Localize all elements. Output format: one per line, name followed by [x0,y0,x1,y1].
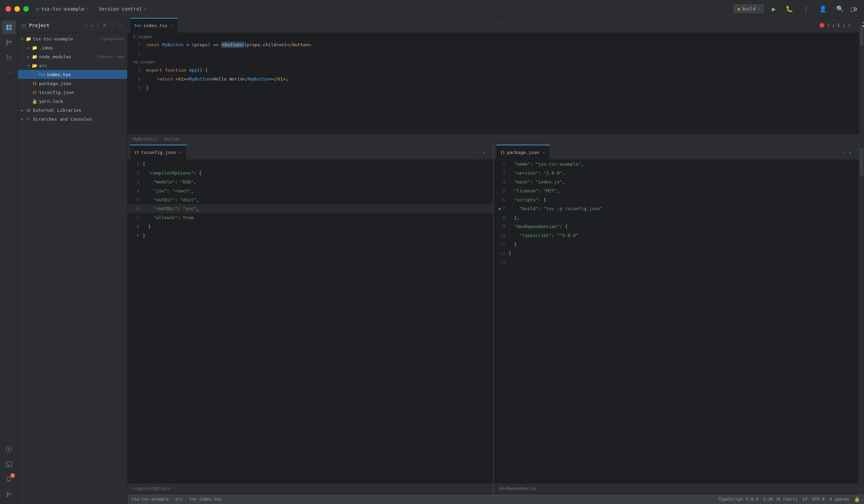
tab-close-package[interactable]: ✕ [543,150,545,155]
notification-badge: 1 [10,473,15,478]
left-editor-more[interactable]: ⋮ [472,147,483,157]
code-content-1: const MyButton = (props) => <button>{pro… [145,40,311,49]
sidebar-options-button[interactable]: ⋮ [109,21,117,29]
status-encoding[interactable]: UTF-8 [812,497,825,502]
error-expand-icon[interactable]: ∧ [842,23,845,28]
tsconfig-code-area[interactable]: 1 { 2 "compilerOptions": { 3 "module": "… [128,160,493,483]
activity-media-icon[interactable] [2,442,16,456]
scrollbar-thumb[interactable] [860,25,863,45]
tree-arrow-root: ▼ [19,36,25,42]
top-editor-code[interactable]: 2 usages 1 const MyButton = (props) => <… [128,33,864,134]
right-scrollbar[interactable] [859,145,864,494]
sidebar-folder-icon: ◻ [22,22,26,29]
pkg-line-10: 10 "typescript": "^5.0.4" [494,231,859,240]
pkg-line-7: ▶7 "build": "tsc -p tsconfig.json" [494,204,859,213]
status-filename: index.tsx [199,497,221,502]
pkg-line-4: 4 "main": "index.js", [494,178,859,187]
activity-run-icon[interactable] [2,51,16,64]
error-collapse-icon[interactable]: ∨ [848,23,851,28]
tab-tsx-icon: tsx [134,23,141,28]
debug-button[interactable]: 🐛 [784,4,794,14]
tree-item-node-modules[interactable]: ▶ 📁 node_modules library root [18,52,127,61]
tree-item-index-tsx[interactable]: ▶ tsx index.tsx [18,70,127,79]
pkg-line-9: 9 "devDependencies": { [494,222,859,231]
tree-item-root[interactable]: ▼ 📁 tsx-tsc-example ~/projects/ [18,34,127,43]
line-number-5: 5 [128,84,145,93]
top-editor-scrollbar[interactable] [859,18,864,134]
activity-project-icon[interactable] [2,21,16,34]
sidebar-title-dropdown[interactable]: ∨ [85,23,87,27]
tree-item-src[interactable]: ▼ 📂 src [18,61,127,70]
tree-item-yarn-lock[interactable]: ▶ 🔒 yarn.lock [18,97,127,106]
ts-ln-7: 7 [128,213,143,222]
tree-item-package-json[interactable]: ▶ {} package.json [18,79,127,88]
run-button[interactable]: ▶ [770,3,777,14]
tree-label-index-tsx: index.tsx [47,72,124,77]
package-code-area[interactable]: 2 "name": "jsx-tsc-example", 3 "version"… [494,160,859,483]
status-line-ending[interactable]: LF [803,497,807,502]
tree-item-scratches[interactable]: ▶ ≡ Scratches and Consoles [18,115,127,123]
sidebar-close-button[interactable]: ✕ [101,21,108,29]
ts-line-6: 6 "rootDir": "src", [128,204,493,213]
minimize-button[interactable] [14,6,20,12]
breadcrumb-button: button [164,137,179,142]
status-typescript[interactable]: TypeScript 5.0.4 [719,497,758,502]
pkg-line-2: 2 "name": "jsx-tsc-example", [494,160,859,169]
status-position[interactable]: 1:36 (6 chars) [763,497,797,502]
pkg-line-13: 13 [494,258,859,267]
right-editor-more[interactable]: ⋮ [838,147,849,157]
maximize-button[interactable] [23,6,29,12]
activity-more-icon[interactable]: ··· [2,66,16,80]
pkg-line-8: 8 }, [494,213,859,222]
pkg-ln-3: 3 [494,169,509,178]
tab-package[interactable]: {} package.json ✕ [496,145,550,159]
tab-close-tsconfig[interactable]: ✕ [179,150,182,155]
tree-label-package-json: package.json [39,81,124,86]
sidebar-minimize-button[interactable]: − [118,21,123,29]
tab-index-tsx[interactable]: tsx index.tsx ✕ [130,18,178,33]
folder-icon-src: 📂 [32,62,38,69]
sidebar-add-button[interactable]: + [89,21,94,29]
activity-notification-icon[interactable]: 1 [2,472,16,486]
activity-git-icon[interactable] [2,36,16,49]
status-src: src [176,497,183,502]
path-sep-2: › [185,497,187,502]
search-button[interactable]: 🔍 [835,4,845,14]
ts-code-4: "jsx": "react", [143,187,194,195]
error-indicator: 🔴 3 [819,23,829,28]
ts-ln-6: 6 [128,204,143,213]
line-number-2: 2 [128,49,145,58]
pkg-code-9: "devDependencies": { [509,222,568,231]
activity-git-branch-icon[interactable] [2,488,16,501]
status-indent[interactable]: 4 spaces [829,497,849,502]
tree-label-idea: .idea [39,45,124,50]
right-scrollbar-thumb[interactable] [860,148,863,176]
top-editor-more[interactable]: ⋮ [493,21,504,30]
ts-ln-2: 2 [128,169,143,178]
more-actions-button[interactable]: ⋮ [801,3,811,14]
pkg-ln-12: 12 [494,249,509,258]
code-content-4: return <h1><MyButton>Hello World</MyButt… [145,75,288,84]
tab-tsconfig[interactable]: {} tsconfig.json ✕ [130,145,187,159]
tree-item-external-libraries[interactable]: ▶ 🏛 External Libraries [18,106,127,115]
svg-point-15 [7,495,8,497]
pkg-ln-6: 6 [494,195,509,204]
user-settings-button[interactable]: 👤 [818,4,828,14]
tab-close-index-tsx[interactable]: ✕ [171,23,173,28]
ts-line-9: 9 } [128,231,493,240]
lock-file-icon: 🔒 [32,98,38,104]
project-selector[interactable]: ◻ tsx-tsc-example ∨ [36,5,88,12]
ts-line-3: 3 "module": "ES6", [128,178,493,187]
usage-header-2: no usages [128,58,864,66]
build-selector[interactable]: ▣ build ∨ [734,4,764,13]
tree-item-tsconfig-json[interactable]: ▶ {} tsconfig.json [18,88,127,97]
line-number-4: 4 [128,75,145,84]
close-button[interactable] [5,6,11,12]
tree-item-idea[interactable]: ▶ 📁 .idea [18,43,127,52]
titlebar: ◻ tsx-tsc-example ∨ Version control ∨ ▣ … [0,0,864,18]
project-name: tsx-tsc-example [41,6,84,12]
version-control-selector[interactable]: Version control ∨ [99,6,146,12]
activity-terminal-icon[interactable] [2,457,16,471]
sidebar-collapse-button[interactable]: ↕ [96,21,100,29]
ts-ln-9: 9 [128,231,143,240]
